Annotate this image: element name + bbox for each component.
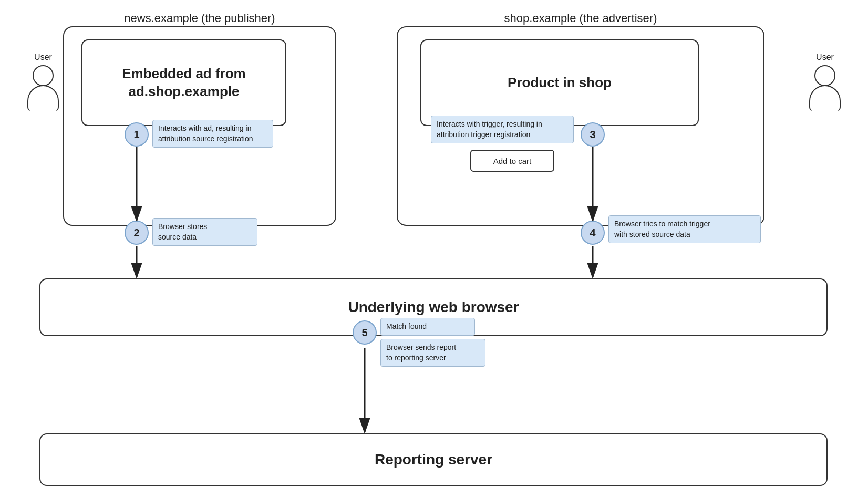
right-user-label: User bbox=[816, 53, 834, 62]
step2-info-box: Browser stores source data bbox=[152, 218, 257, 246]
step5b-info-box: Browser sends report to reporting server bbox=[380, 339, 485, 367]
left-user-figure: User bbox=[27, 53, 59, 111]
right-user-body bbox=[809, 85, 841, 111]
step2-circle: 2 bbox=[125, 221, 149, 245]
publisher-label: news.example (the publisher) bbox=[63, 12, 336, 25]
left-user-label: User bbox=[34, 53, 52, 62]
browser-label: Underlying web browser bbox=[348, 299, 519, 316]
left-user-head bbox=[33, 65, 54, 86]
right-user-figure: User bbox=[809, 53, 841, 111]
step5a-info-box: Match found bbox=[380, 318, 475, 336]
reporting-label: Reporting server bbox=[375, 451, 492, 468]
step1-info-box: Interacts with ad, resulting in attribut… bbox=[152, 120, 273, 148]
add-to-cart-button[interactable]: Add to cart bbox=[470, 150, 554, 172]
reporting-server-box: Reporting server bbox=[39, 433, 828, 486]
advertiser-inner-box: Product in shop bbox=[420, 39, 699, 126]
step4-circle: 4 bbox=[581, 221, 605, 245]
step1-circle: 1 bbox=[125, 122, 149, 147]
advertiser-label: shop.example (the advertiser) bbox=[397, 12, 764, 25]
advertiser-product-label: Product in shop bbox=[508, 75, 612, 91]
left-user-body bbox=[27, 85, 59, 111]
step3-circle: 3 bbox=[581, 122, 605, 147]
step4-info-box: Browser tries to match trigger with stor… bbox=[608, 215, 761, 243]
step3-info-box: Interacts with trigger, resulting in att… bbox=[431, 116, 574, 143]
diagram: news.example (the publisher) Embedded ad… bbox=[0, 0, 868, 498]
right-user-head bbox=[814, 65, 835, 86]
publisher-inner-box: Embedded ad from ad.shop.example bbox=[81, 39, 286, 126]
publisher-ad-label: Embedded ad from ad.shop.example bbox=[122, 65, 245, 101]
step5-circle: 5 bbox=[353, 320, 377, 345]
